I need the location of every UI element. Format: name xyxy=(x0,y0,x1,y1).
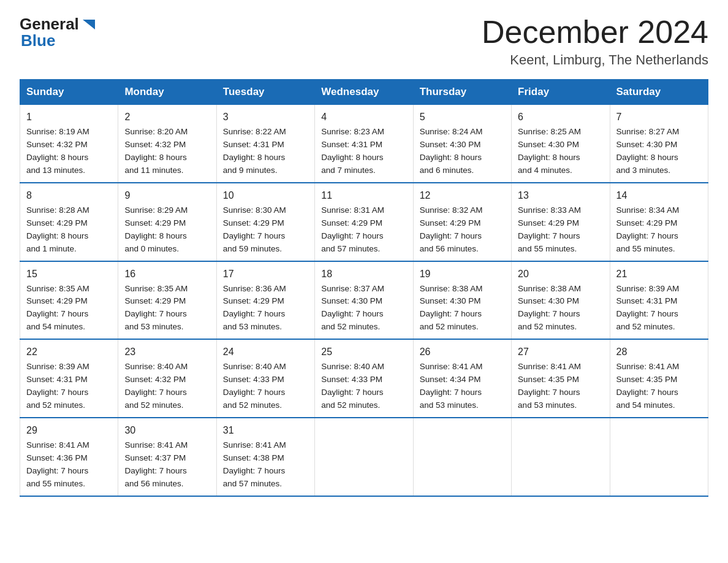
day-info: Sunrise: 8:25 AMSunset: 4:30 PMDaylight:… xyxy=(518,126,603,177)
day-number: 20 xyxy=(518,267,603,282)
day-number: 24 xyxy=(223,345,308,359)
calendar-cell: 13Sunrise: 8:33 AMSunset: 4:29 PMDayligh… xyxy=(512,183,610,261)
day-info: Sunrise: 8:41 AMSunset: 4:35 PMDaylight:… xyxy=(518,361,603,412)
calendar-cell: 11Sunrise: 8:31 AMSunset: 4:29 PMDayligh… xyxy=(315,183,413,261)
calendar-cell: 10Sunrise: 8:30 AMSunset: 4:29 PMDayligh… xyxy=(216,183,314,261)
logo-triangle-icon xyxy=(80,16,97,33)
calendar-week-row: 8Sunrise: 8:28 AMSunset: 4:29 PMDaylight… xyxy=(20,183,708,261)
day-info: Sunrise: 8:41 AMSunset: 4:35 PMDaylight:… xyxy=(616,361,702,412)
calendar-cell: 27Sunrise: 8:41 AMSunset: 4:35 PMDayligh… xyxy=(512,339,610,418)
day-info: Sunrise: 8:36 AMSunset: 4:29 PMDaylight:… xyxy=(223,283,308,334)
calendar-cell: 6Sunrise: 8:25 AMSunset: 4:30 PMDaylight… xyxy=(512,105,610,183)
calendar-cell: 17Sunrise: 8:36 AMSunset: 4:29 PMDayligh… xyxy=(216,261,314,340)
calendar-header-row: SundayMondayTuesdayWednesdayThursdayFrid… xyxy=(20,80,708,105)
day-number: 30 xyxy=(124,423,210,438)
location-subtitle: Keent, Limburg, The Netherlands xyxy=(482,52,708,68)
calendar-cell: 9Sunrise: 8:29 AMSunset: 4:29 PMDaylight… xyxy=(118,183,216,261)
day-info: Sunrise: 8:41 AMSunset: 4:34 PMDaylight:… xyxy=(420,361,505,412)
day-number: 23 xyxy=(124,345,210,359)
calendar-table: SundayMondayTuesdayWednesdayThursdayFrid… xyxy=(20,79,708,496)
header-cell-monday: Monday xyxy=(118,80,216,105)
calendar-cell: 22Sunrise: 8:39 AMSunset: 4:31 PMDayligh… xyxy=(20,339,118,418)
day-info: Sunrise: 8:20 AMSunset: 4:32 PMDaylight:… xyxy=(124,126,210,177)
day-number: 31 xyxy=(223,423,308,438)
day-info: Sunrise: 8:40 AMSunset: 4:33 PMDaylight:… xyxy=(223,361,308,412)
header-cell-thursday: Thursday xyxy=(413,80,511,105)
calendar-cell: 31Sunrise: 8:41 AMSunset: 4:38 PMDayligh… xyxy=(216,418,314,496)
day-info: Sunrise: 8:40 AMSunset: 4:33 PMDaylight:… xyxy=(321,361,406,412)
day-number: 10 xyxy=(223,188,308,203)
day-info: Sunrise: 8:27 AMSunset: 4:30 PMDaylight:… xyxy=(616,126,702,177)
calendar-cell: 2Sunrise: 8:20 AMSunset: 4:32 PMDaylight… xyxy=(118,105,216,183)
calendar-cell xyxy=(610,418,708,496)
calendar-cell: 29Sunrise: 8:41 AMSunset: 4:36 PMDayligh… xyxy=(20,418,118,496)
calendar-cell: 16Sunrise: 8:35 AMSunset: 4:29 PMDayligh… xyxy=(118,261,216,340)
day-info: Sunrise: 8:31 AMSunset: 4:29 PMDaylight:… xyxy=(321,204,406,256)
day-info: Sunrise: 8:39 AMSunset: 4:31 PMDaylight:… xyxy=(26,361,112,412)
day-info: Sunrise: 8:33 AMSunset: 4:29 PMDaylight:… xyxy=(518,204,603,256)
day-number: 19 xyxy=(420,267,505,282)
day-info: Sunrise: 8:30 AMSunset: 4:29 PMDaylight:… xyxy=(223,204,308,256)
day-number: 13 xyxy=(518,188,603,203)
calendar-cell: 14Sunrise: 8:34 AMSunset: 4:29 PMDayligh… xyxy=(610,183,708,261)
calendar-cell: 1Sunrise: 8:19 AMSunset: 4:32 PMDaylight… xyxy=(20,105,118,183)
day-number: 2 xyxy=(124,110,210,124)
day-number: 12 xyxy=(420,188,505,203)
day-info: Sunrise: 8:35 AMSunset: 4:29 PMDaylight:… xyxy=(26,283,112,334)
calendar-cell: 26Sunrise: 8:41 AMSunset: 4:34 PMDayligh… xyxy=(413,339,511,418)
day-number: 1 xyxy=(26,110,112,124)
day-info: Sunrise: 8:28 AMSunset: 4:29 PMDaylight:… xyxy=(26,204,112,256)
calendar-cell: 21Sunrise: 8:39 AMSunset: 4:31 PMDayligh… xyxy=(610,261,708,340)
calendar-cell: 5Sunrise: 8:24 AMSunset: 4:30 PMDaylight… xyxy=(413,105,511,183)
day-number: 28 xyxy=(616,345,702,359)
calendar-cell: 15Sunrise: 8:35 AMSunset: 4:29 PMDayligh… xyxy=(20,261,118,340)
logo-text-blue: Blue xyxy=(21,31,55,50)
calendar-week-row: 15Sunrise: 8:35 AMSunset: 4:29 PMDayligh… xyxy=(20,261,708,340)
page-header: General Blue December 2024 Keent, Limbur… xyxy=(20,15,708,68)
day-info: Sunrise: 8:24 AMSunset: 4:30 PMDaylight:… xyxy=(420,126,505,177)
day-number: 3 xyxy=(223,110,308,124)
day-number: 14 xyxy=(616,188,702,203)
logo: General Blue xyxy=(20,15,97,50)
calendar-cell: 25Sunrise: 8:40 AMSunset: 4:33 PMDayligh… xyxy=(315,339,413,418)
day-info: Sunrise: 8:37 AMSunset: 4:30 PMDaylight:… xyxy=(321,283,406,334)
month-title: December 2024 xyxy=(482,15,708,50)
day-number: 29 xyxy=(26,423,112,438)
day-number: 26 xyxy=(420,345,505,359)
calendar-cell: 18Sunrise: 8:37 AMSunset: 4:30 PMDayligh… xyxy=(315,261,413,340)
header-cell-saturday: Saturday xyxy=(610,80,708,105)
calendar-cell xyxy=(315,418,413,496)
day-info: Sunrise: 8:41 AMSunset: 4:36 PMDaylight:… xyxy=(26,439,112,491)
day-info: Sunrise: 8:34 AMSunset: 4:29 PMDaylight:… xyxy=(616,204,702,256)
day-number: 21 xyxy=(616,267,702,282)
calendar-cell: 30Sunrise: 8:41 AMSunset: 4:37 PMDayligh… xyxy=(118,418,216,496)
day-number: 7 xyxy=(616,110,702,124)
calendar-cell: 28Sunrise: 8:41 AMSunset: 4:35 PMDayligh… xyxy=(610,339,708,418)
calendar-cell: 12Sunrise: 8:32 AMSunset: 4:29 PMDayligh… xyxy=(413,183,511,261)
svg-marker-0 xyxy=(83,20,95,29)
calendar-cell xyxy=(512,418,610,496)
header-cell-sunday: Sunday xyxy=(20,80,118,105)
day-info: Sunrise: 8:41 AMSunset: 4:37 PMDaylight:… xyxy=(124,439,210,491)
calendar-week-row: 1Sunrise: 8:19 AMSunset: 4:32 PMDaylight… xyxy=(20,105,708,183)
calendar-cell: 24Sunrise: 8:40 AMSunset: 4:33 PMDayligh… xyxy=(216,339,314,418)
header-cell-friday: Friday xyxy=(512,80,610,105)
header-cell-wednesday: Wednesday xyxy=(315,80,413,105)
day-info: Sunrise: 8:29 AMSunset: 4:29 PMDaylight:… xyxy=(124,204,210,256)
calendar-cell: 20Sunrise: 8:38 AMSunset: 4:30 PMDayligh… xyxy=(512,261,610,340)
day-info: Sunrise: 8:32 AMSunset: 4:29 PMDaylight:… xyxy=(420,204,505,256)
calendar-week-row: 22Sunrise: 8:39 AMSunset: 4:31 PMDayligh… xyxy=(20,339,708,418)
day-number: 9 xyxy=(124,188,210,203)
day-info: Sunrise: 8:38 AMSunset: 4:30 PMDaylight:… xyxy=(518,283,603,334)
calendar-cell: 3Sunrise: 8:22 AMSunset: 4:31 PMDaylight… xyxy=(216,105,314,183)
calendar-cell xyxy=(413,418,511,496)
day-info: Sunrise: 8:23 AMSunset: 4:31 PMDaylight:… xyxy=(321,126,406,177)
day-number: 8 xyxy=(26,188,112,203)
day-number: 15 xyxy=(26,267,112,282)
calendar-cell: 8Sunrise: 8:28 AMSunset: 4:29 PMDaylight… xyxy=(20,183,118,261)
day-number: 11 xyxy=(321,188,406,203)
day-info: Sunrise: 8:22 AMSunset: 4:31 PMDaylight:… xyxy=(223,126,308,177)
day-number: 22 xyxy=(26,345,112,359)
day-number: 17 xyxy=(223,267,308,282)
calendar-cell: 4Sunrise: 8:23 AMSunset: 4:31 PMDaylight… xyxy=(315,105,413,183)
